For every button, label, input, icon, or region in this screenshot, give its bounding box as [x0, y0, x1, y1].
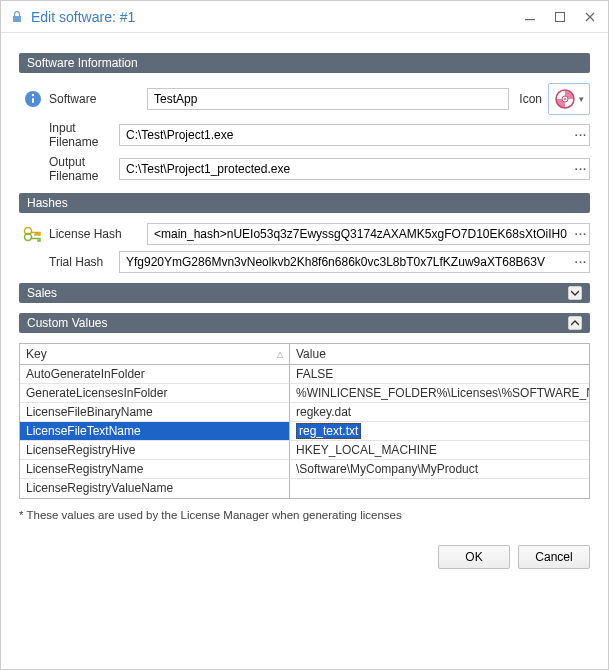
input-filename-field[interactable] — [119, 124, 590, 146]
icon-picker[interactable]: ▾ — [548, 83, 590, 115]
browse-input-button[interactable]: ··· — [575, 129, 587, 141]
sort-asc-icon: △ — [277, 350, 283, 359]
footnote: * These values are used by the License M… — [19, 509, 590, 521]
browse-output-button[interactable]: ··· — [575, 163, 587, 175]
svg-point-4 — [32, 94, 34, 96]
lock-icon — [9, 9, 25, 25]
output-filename-label: Output Filename — [19, 155, 119, 183]
chevron-down-icon: ▾ — [579, 94, 584, 104]
software-label: Software — [47, 92, 147, 106]
cell-value[interactable]: reg_text.txt — [290, 422, 589, 441]
license-hash-field[interactable] — [147, 223, 590, 245]
svg-point-7 — [564, 98, 566, 100]
section-header-software-info: Software Information — [19, 53, 590, 73]
trial-hash-field[interactable] — [119, 251, 590, 273]
svg-rect-1 — [556, 12, 565, 21]
table-row[interactable]: LicenseFileTextNamereg_text.txt — [20, 422, 589, 441]
cell-key[interactable]: GenerateLicensesInFolder — [20, 384, 290, 403]
titlebar: Edit software: #1 — [1, 1, 608, 33]
ok-button[interactable]: OK — [438, 545, 510, 569]
close-button[interactable] — [582, 9, 598, 25]
section-title: Sales — [27, 283, 57, 303]
cell-value[interactable]: FALSE — [290, 365, 589, 384]
software-input[interactable] — [147, 88, 509, 110]
input-filename-label: Input Filename — [19, 121, 119, 149]
expand-icon[interactable] — [568, 286, 582, 300]
minimize-button[interactable] — [522, 9, 538, 25]
table-row[interactable]: GenerateLicensesInFolder%WINLICENSE_FOLD… — [20, 384, 589, 403]
output-filename-field[interactable] — [119, 158, 590, 180]
svg-rect-0 — [525, 19, 535, 20]
trial-hash-label: Trial Hash — [19, 255, 119, 269]
disc-icon — [555, 89, 575, 109]
table-row[interactable]: AutoGenerateInFolderFALSE — [20, 365, 589, 384]
svg-rect-3 — [32, 98, 34, 103]
key-icon — [19, 226, 47, 242]
cell-key[interactable]: AutoGenerateInFolder — [20, 365, 290, 384]
table-row[interactable]: LicenseFileBinaryNameregkey.dat — [20, 403, 589, 422]
collapse-icon[interactable] — [568, 316, 582, 330]
section-title: Hashes — [27, 193, 68, 213]
section-header-custom-values[interactable]: Custom Values — [19, 313, 590, 333]
section-title: Software Information — [27, 53, 138, 73]
trial-hash-more-button[interactable]: ··· — [575, 256, 587, 268]
table-row[interactable]: LicenseRegistryHiveHKEY_LOCAL_MACHINE — [20, 441, 589, 460]
custom-values-table[interactable]: Key △ Value AutoGenerateInFolderFALSEGen… — [19, 343, 590, 499]
section-title: Custom Values — [27, 313, 107, 333]
icon-label: Icon — [519, 92, 542, 106]
table-row[interactable]: LicenseRegistryValueName — [20, 479, 589, 498]
cancel-button[interactable]: Cancel — [518, 545, 590, 569]
column-header-key[interactable]: Key △ — [20, 344, 290, 365]
license-hash-more-button[interactable]: ··· — [575, 228, 587, 240]
section-header-hashes: Hashes — [19, 193, 590, 213]
cell-key[interactable]: LicenseFileBinaryName — [20, 403, 290, 422]
cell-key[interactable]: LicenseRegistryValueName — [20, 479, 290, 498]
cell-value[interactable]: regkey.dat — [290, 403, 589, 422]
cell-value[interactable]: \Software\MyCompany\MyProduct — [290, 460, 589, 479]
cell-value[interactable]: %WINLICENSE_FOLDER%\Licenses\%SOFTWARE_N — [290, 384, 589, 403]
cell-key[interactable]: LicenseRegistryName — [20, 460, 290, 479]
cell-key[interactable]: LicenseFileTextName — [20, 422, 290, 441]
section-header-sales[interactable]: Sales — [19, 283, 590, 303]
cell-key[interactable]: LicenseRegistryHive — [20, 441, 290, 460]
column-header-value[interactable]: Value — [290, 344, 589, 365]
maximize-button[interactable] — [552, 9, 568, 25]
info-icon — [19, 90, 47, 108]
license-hash-label: License Hash — [47, 227, 147, 241]
window-title: Edit software: #1 — [31, 9, 522, 25]
cell-value[interactable] — [290, 479, 589, 498]
cell-value[interactable]: HKEY_LOCAL_MACHINE — [290, 441, 589, 460]
table-row[interactable]: LicenseRegistryName\Software\MyCompany\M… — [20, 460, 589, 479]
